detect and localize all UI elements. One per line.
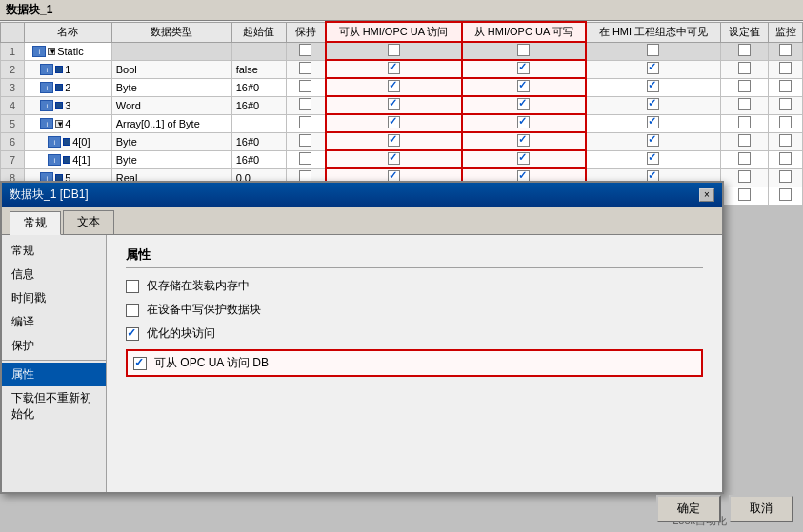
sidebar-item-编译[interactable]: 编译 — [2, 310, 106, 334]
col-type: 数据类型 — [111, 22, 231, 42]
dialog-title-bar: 数据块_1 [DB1] × — [2, 183, 722, 207]
prop-label-1: 在设备中写保护数据块 — [147, 302, 261, 318]
table-row: 1i▼Static — [1, 42, 803, 60]
table-row: 3i2Byte16#0 — [1, 78, 803, 96]
table-row: 6i4[0]Byte16#0 — [1, 132, 803, 150]
dialog-tabs-bar: 常规 文本 — [2, 207, 722, 235]
dialog: 数据块_1 [DB1] × 常规 文本 常规信息时间戳编译保护属性下载但不重新初… — [0, 181, 724, 494]
tab-general[interactable]: 常规 — [10, 211, 61, 235]
prop-checkbox-3[interactable] — [133, 357, 147, 370]
dialog-content: 属性 仅存储在装载内存中在设备中写保护数据块优化的块访问可从 OPC UA 访问… — [107, 235, 722, 492]
ok-button[interactable]: 确定 — [656, 495, 721, 522]
prop-row-2: 优化的块访问 — [126, 325, 703, 342]
col-retain: 保持 — [286, 22, 325, 42]
sidebar-item-保护[interactable]: 保护 — [2, 334, 106, 358]
col-hmi-write: 从 HMI/OPC UA 可写 — [462, 22, 586, 42]
data-table: 名称 数据类型 起始值 保持 可从 HMI/OPC UA 访问 从 HMI/OP… — [0, 21, 803, 206]
table-row: 7i4[1]Byte16#0 — [1, 150, 803, 168]
col-name: 名称 — [25, 22, 112, 42]
col-setpoint: 设定值 — [721, 22, 769, 42]
prop-checkbox-1[interactable] — [126, 304, 139, 317]
col-hmi-visible: 在 HMI 工程组态中可见 — [586, 22, 721, 42]
sidebar-item-下载但不重新初始化[interactable]: 下载但不重新初始化 — [2, 386, 106, 426]
dialog-footer: 确定 取消 — [656, 495, 793, 522]
properties-list: 仅存储在装载内存中在设备中写保护数据块优化的块访问可从 OPC UA 访问 DB — [126, 278, 703, 377]
sidebar-item-属性[interactable]: 属性 — [2, 363, 106, 386]
top-title: 数据块_1 — [0, 0, 803, 21]
cancel-button[interactable]: 取消 — [729, 495, 793, 522]
prop-label-2: 优化的块访问 — [147, 325, 215, 342]
sidebar-divider — [2, 360, 106, 361]
prop-row-0: 仅存储在装载内存中 — [126, 278, 703, 294]
table-row: 4i3Word16#0 — [1, 96, 803, 114]
tab-text[interactable]: 文本 — [63, 210, 114, 234]
col-num — [1, 22, 25, 42]
sidebar-item-时间戳[interactable]: 时间戳 — [2, 286, 106, 310]
table-row: 5i▼4Array[0..1] of Byte — [1, 114, 803, 132]
top-panel: 数据块_1 名称 数据类型 起始值 保持 可从 HMI/OPC UA 访问 从 … — [0, 0, 803, 206]
prop-checkbox-2[interactable] — [126, 327, 139, 341]
prop-label-0: 仅存储在装载内存中 — [147, 278, 250, 294]
close-button[interactable]: × — [699, 188, 714, 202]
sidebar-item-信息[interactable]: 信息 — [2, 263, 106, 286]
dialog-body: 常规信息时间戳编译保护属性下载但不重新初始化 属性 仅存储在装载内存中在设备中写… — [2, 235, 722, 492]
section-title: 属性 — [126, 246, 703, 268]
col-monitor: 监控 — [769, 22, 803, 42]
col-start: 起始值 — [231, 22, 286, 42]
prop-row-1: 在设备中写保护数据块 — [126, 302, 703, 318]
prop-label-3: 可从 OPC UA 访问 DB — [154, 355, 269, 371]
table-row: 2i1Boolfalse — [1, 60, 803, 78]
prop-row-highlighted: 可从 OPC UA 访问 DB — [126, 349, 703, 377]
sidebar-item-常规[interactable]: 常规 — [2, 239, 106, 263]
dialog-title-text: 数据块_1 [DB1] — [10, 187, 89, 203]
dialog-sidebar: 常规信息时间戳编译保护属性下载但不重新初始化 — [2, 235, 107, 492]
col-hmi-read: 可从 HMI/OPC UA 访问 — [326, 22, 462, 42]
prop-checkbox-0[interactable] — [126, 280, 139, 293]
